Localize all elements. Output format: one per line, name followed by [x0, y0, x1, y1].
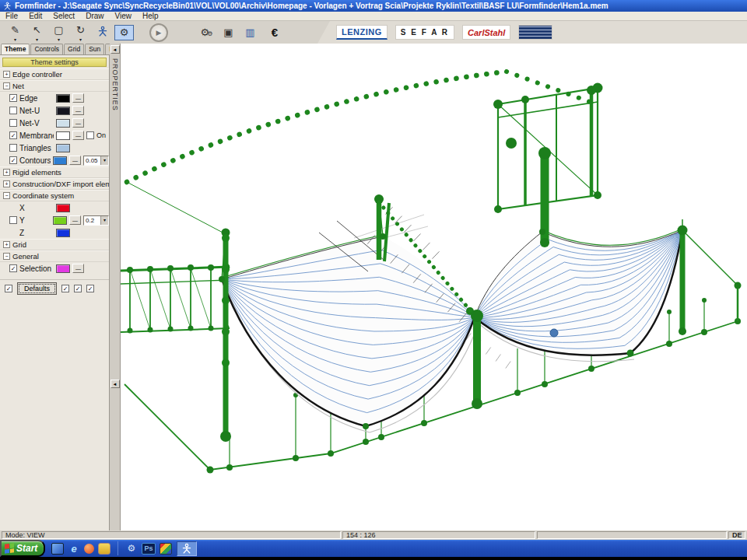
row-axis-y: Y — 0.2 ▾ [0, 214, 109, 226]
net-v-linestyle-button[interactable]: — [72, 118, 84, 128]
triangles-checkbox[interactable] [9, 144, 17, 152]
orbit-tool-dropdown[interactable]: ▾ [75, 37, 86, 43]
selected-node[interactable] [550, 329, 558, 337]
curtain-button[interactable]: ▥ [240, 25, 260, 40]
folder-icon[interactable] [98, 543, 110, 555]
desktop-icon[interactable] [51, 543, 64, 555]
group-grid[interactable]: + Grid [0, 239, 109, 250]
expand-icon[interactable]: + [3, 71, 10, 78]
cursor-icon: ↖ [33, 24, 41, 36]
main-area: Theme Controls Grid Sun Images Theme set… [0, 44, 747, 530]
group-general[interactable]: − General [0, 250, 109, 262]
expand-icon[interactable]: + [3, 241, 10, 248]
defaults-checkbox-3[interactable]: ✓ [74, 285, 82, 292]
lenzing-logo: LENZING [336, 25, 388, 40]
y-axis-size-dropdown[interactable]: 0.2 ▾ [83, 215, 109, 226]
net-u-checkbox[interactable] [9, 107, 17, 114]
menu-select[interactable]: Select [47, 12, 80, 20]
camera-button[interactable]: ▣ [219, 25, 238, 40]
membrane-on-checkbox[interactable] [86, 131, 94, 139]
group-edge-controller[interactable]: + Edge controller [0, 68, 109, 80]
net-u-linestyle-button[interactable]: — [72, 106, 84, 115]
y-axis-checkbox[interactable] [9, 216, 17, 224]
group-coordinate-system[interactable]: − Coordinate system [0, 190, 109, 201]
x-axis-color-swatch[interactable] [56, 204, 70, 212]
taskbar-separator [117, 541, 118, 555]
internet-explorer-icon[interactable]: e [68, 543, 80, 555]
contours-linestyle-button[interactable]: — [69, 156, 81, 165]
contours-color-swatch[interactable] [53, 156, 67, 165]
draw-tool-dropdown[interactable]: ▾ [10, 37, 20, 43]
selection-checkbox[interactable]: ✓ [9, 264, 17, 272]
selection-linestyle-button[interactable]: — [72, 264, 84, 273]
group-rigid-elements[interactable]: + Rigid elements [0, 166, 109, 178]
collapse-icon[interactable]: − [3, 82, 10, 89]
triangles-color-swatch[interactable] [56, 144, 70, 152]
tab-grid[interactable]: Grid [64, 44, 84, 54]
defaults-checkbox-1[interactable]: ✓ [5, 285, 12, 292]
net-u-color-swatch[interactable] [56, 107, 70, 115]
figure-tool-button[interactable] [93, 25, 112, 40]
play-button[interactable]: ▶ [149, 23, 168, 42]
edge-linestyle-button[interactable]: — [72, 93, 84, 103]
properties-strip: ◄ PROPERTIES ◄ [110, 44, 121, 530]
group-net[interactable]: − Net [0, 80, 109, 92]
menu-edit[interactable]: Edit [23, 12, 47, 20]
draw-tool-button[interactable]: ✎ [5, 22, 25, 37]
panel-tabs: Theme Controls Grid Sun Images [0, 44, 109, 55]
defaults-button[interactable]: Defaults [17, 282, 57, 295]
edge-checkbox[interactable]: ✓ [9, 94, 17, 102]
status-coordinates: 154 : 126 [342, 531, 535, 539]
menu-bar: File Edit Select Draw View Help [0, 12, 747, 21]
expand-icon[interactable]: + [3, 180, 10, 187]
mechanism-button[interactable]: ⚙⚙ [197, 25, 216, 40]
collapse-icon[interactable]: − [3, 253, 10, 260]
photoshop-icon[interactable]: Ps [142, 543, 156, 555]
z-axis-color-swatch[interactable] [56, 229, 70, 237]
edge-color-swatch[interactable] [56, 94, 70, 103]
row-contours: ✓ Contours — 0.05 ▾ [0, 154, 109, 166]
group-construction[interactable]: + Construction/DXF import elements [0, 178, 109, 190]
membrane-color-swatch[interactable] [56, 131, 70, 140]
select-tool-button[interactable]: ↖ [27, 22, 47, 37]
cost-button[interactable]: € [262, 25, 287, 40]
collapse-icon[interactable]: − [3, 192, 10, 199]
transform-tool-dropdown[interactable]: ▾ [54, 37, 64, 43]
language-indicator[interactable]: DE [728, 531, 745, 539]
tab-controls[interactable]: Controls [30, 44, 63, 54]
contours-checkbox[interactable]: ✓ [9, 156, 17, 164]
title-bar: Formfinder - J:\Seagate Sync\SyncRecycle… [0, 0, 747, 12]
menu-help[interactable]: Help [137, 12, 164, 20]
transform-tool-button[interactable]: ▢ [49, 22, 68, 37]
start-button[interactable]: Start [0, 540, 45, 557]
menu-view[interactable]: View [110, 12, 138, 20]
membrane-left[interactable] [222, 236, 475, 426]
defaults-checkbox-2[interactable]: ✓ [61, 285, 69, 292]
membrane-linestyle-button[interactable]: — [72, 131, 84, 140]
contours-spacing-dropdown[interactable]: 0.05 ▾ [83, 156, 109, 166]
viewport[interactable] [121, 44, 747, 530]
row-net-v: Net-V — [0, 117, 109, 129]
membrane-checkbox[interactable]: ✓ [9, 131, 17, 139]
settings-tool-button[interactable]: ⚙ [114, 25, 134, 40]
menu-file[interactable]: File [0, 12, 23, 20]
select-tool-dropdown[interactable]: ▾ [32, 37, 42, 43]
menu-draw[interactable]: Draw [80, 12, 109, 20]
defaults-checkbox-4[interactable]: ✓ [86, 285, 94, 292]
formfinder-task-button[interactable] [177, 541, 197, 556]
collapse-panel-button-2[interactable]: ◄ [110, 380, 120, 388]
selection-color-swatch[interactable] [56, 264, 70, 273]
media-player-icon[interactable] [84, 544, 94, 554]
graphics-app-icon[interactable] [160, 543, 172, 555]
y-axis-color-swatch[interactable] [53, 216, 67, 225]
gears-app-icon[interactable]: ⚙ [125, 543, 138, 555]
y-axis-linestyle-button[interactable]: — [69, 215, 81, 225]
net-v-color-swatch[interactable] [56, 119, 70, 128]
expand-icon[interactable]: + [3, 169, 10, 176]
net-v-checkbox[interactable] [9, 119, 17, 127]
status-spacer [537, 531, 727, 539]
tab-theme[interactable]: Theme [1, 44, 30, 54]
collapse-panel-button[interactable]: ◄ [110, 45, 120, 54]
orbit-tool-button[interactable]: ↻ [71, 22, 90, 37]
tab-sun[interactable]: Sun [85, 44, 104, 54]
